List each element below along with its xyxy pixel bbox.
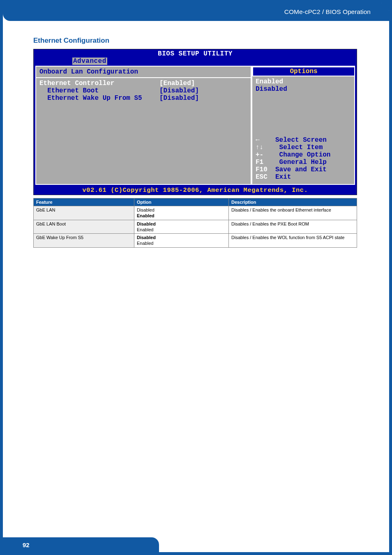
bios-item-value: [Disabled] [159, 94, 199, 102]
bios-key-row: +- Change Option [256, 151, 330, 159]
bios-body: Onboard Lan Configuration Ethernet Contr… [35, 66, 355, 185]
header-bar: COMe-cPC2 / BIOS Operation [3, 3, 389, 21]
bios-left-panel: Onboard Lan Configuration Ethernet Contr… [35, 66, 251, 185]
bios-key: ↑↓ [256, 144, 271, 151]
bios-item-label: Ethernet Controller [39, 80, 114, 87]
bios-options-header: Options [252, 67, 354, 76]
bios-item-row: Ethernet Wake Up From S5[Disabled] [39, 94, 247, 102]
cell-description: Disables / Enables the WOL function from… [229, 234, 357, 248]
option-value: Disabled [137, 221, 226, 227]
bios-item-value: [Disabled] [159, 87, 199, 94]
bios-title: BIOS SETUP UTILITY [34, 49, 357, 58]
bios-items: Ethernet Controller[Enabled] Ethernet Bo… [39, 80, 247, 102]
table-row: GbE Wake Up From S5DisabledEnabledDisabl… [34, 234, 357, 248]
table-header-row: Feature Option Description [34, 198, 357, 206]
col-option: Option [134, 198, 229, 206]
table-row: GbE LAN BootDisabledEnabledDisables / En… [34, 220, 357, 234]
bios-item-label: Ethernet Wake Up From S5 [39, 94, 142, 102]
col-feature: Feature [34, 198, 134, 206]
bios-key-legend: ← Select Screen↑↓ Select Item+- Change O… [256, 136, 330, 181]
cell-feature: GbE LAN [34, 206, 134, 220]
bios-key-desc: Select Item [271, 144, 323, 151]
option-value: Enabled [137, 227, 226, 233]
bios-divider [36, 77, 251, 78]
inner-page: COMe-cPC2 / BIOS Operation Ethernet Conf… [3, 3, 389, 552]
cell-feature: GbE LAN Boot [34, 220, 134, 234]
bios-item-label: Ethernet Boot [39, 87, 99, 94]
bios-key-desc: Change Option [271, 151, 330, 159]
bios-item-row: Ethernet Controller[Enabled] [39, 80, 247, 87]
bios-key: ← [256, 136, 271, 144]
bios-key-desc: General Help [271, 159, 326, 166]
content-area: Ethernet Configuration BIOS SETUP UTILIT… [33, 37, 359, 248]
bios-options: EnabledDisabled [256, 78, 351, 93]
bios-left-heading: Onboard Lan Configuration [39, 68, 247, 76]
bios-key-row: F10 Save and Exit [256, 166, 330, 173]
bios-tab-row: Advanced [34, 58, 357, 66]
bios-key: F1 [256, 159, 271, 166]
option-value: Enabled [137, 213, 226, 219]
header-path: COMe-cPC2 / BIOS Operation [284, 8, 371, 16]
cell-description: Disables / Enables the PXE Boot ROM [229, 220, 357, 234]
bios-key: ESC [256, 173, 271, 181]
cell-option: DisabledEnabled [134, 220, 229, 234]
feature-table: Feature Option Description GbE LANDisabl… [33, 198, 357, 248]
option-value: Disabled [137, 207, 226, 213]
bios-right-panel: Options EnabledDisabled ← Select Screen↑… [251, 66, 355, 185]
bios-copyright-footer: v02.61 (C)Copyright 1985-2006, American … [34, 187, 357, 194]
page-number: 92 [23, 541, 30, 548]
option-value: Enabled [137, 240, 226, 246]
bios-key: F10 [256, 166, 271, 173]
bios-screenshot: BIOS SETUP UTILITY Advanced Onboard Lan … [33, 49, 357, 195]
cell-feature: GbE Wake Up From S5 [34, 234, 134, 248]
bios-key-row: ↑↓ Select Item [256, 144, 330, 151]
cell-option: DisabledEnabled [134, 234, 229, 248]
bios-key-row: F1 General Help [256, 159, 330, 166]
page-border: COMe-cPC2 / BIOS Operation Ethernet Conf… [0, 0, 392, 555]
table-row: GbE LANDisabledEnabledDisables / Enables… [34, 206, 357, 220]
bios-item-row: Ethernet Boot[Disabled] [39, 87, 247, 94]
bios-key-desc: Save and Exit [271, 166, 326, 173]
bios-key-desc: Select Screen [271, 136, 326, 144]
option-value: Disabled [137, 235, 226, 240]
bios-key-row: ESC Exit [256, 173, 330, 181]
bios-key: +- [256, 151, 271, 159]
bios-option: Disabled [256, 85, 351, 93]
bios-option: Enabled [256, 78, 351, 85]
cell-description: Disables / Enables the onboard Ethernet … [229, 206, 357, 220]
section-title: Ethernet Configuration [33, 37, 359, 45]
bios-key-desc: Exit [271, 173, 291, 181]
bios-tab-advanced: Advanced [72, 58, 107, 65]
bios-item-value: [Enabled] [159, 80, 195, 87]
cell-option: DisabledEnabled [134, 206, 229, 220]
col-description: Description [229, 198, 357, 206]
bios-key-row: ← Select Screen [256, 136, 330, 144]
footer-bar: 92 [3, 537, 159, 552]
